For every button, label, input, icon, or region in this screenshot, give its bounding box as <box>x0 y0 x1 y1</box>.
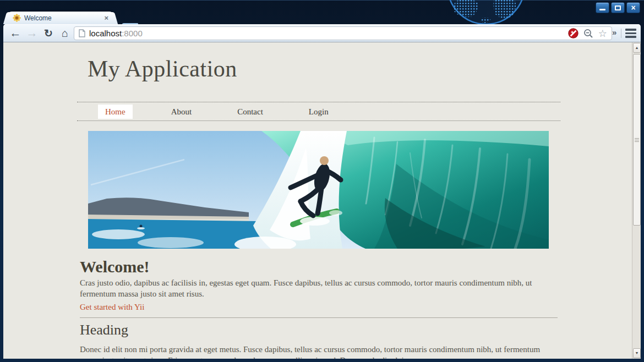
bookmark-star-icon[interactable]: ☆ <box>598 29 607 39</box>
browser-toolbar: ← → ↻ ⌂ localhost :8000 <box>3 24 641 42</box>
address-bar[interactable]: localhost :8000 ☆ <box>74 26 612 40</box>
close-button[interactable]: × <box>626 2 640 13</box>
scroll-up-button[interactable]: ▲ <box>633 43 641 53</box>
welcome-paragraph: Cras justo odio, dapibus ac facilisis in… <box>80 278 554 299</box>
forward-icon: → <box>26 26 38 40</box>
hero-image <box>88 131 549 249</box>
maximize-icon <box>615 6 621 10</box>
scrollbar-thumb[interactable] <box>633 54 641 226</box>
page-document-icon <box>79 29 85 37</box>
url-port: :8000 <box>122 29 143 38</box>
minimize-button[interactable] <box>596 2 609 13</box>
page-content: My Application Home About Contact Login <box>77 42 560 359</box>
page-viewport: My Application Home About Contact Login <box>3 42 641 359</box>
tab-title: Welcome <box>24 14 104 22</box>
zoom-out-icon[interactable] <box>583 29 593 39</box>
window-controls: × <box>596 2 640 13</box>
toolbar-divider <box>621 29 621 38</box>
home-button[interactable]: ⌂ <box>57 25 73 41</box>
section-paragraph: Donec id elit non mi porta gravida at eg… <box>80 344 558 359</box>
url-host: localhost <box>89 29 122 38</box>
back-icon: ← <box>10 26 21 40</box>
nav-item-contact[interactable]: Contact <box>230 107 270 117</box>
window-titlebar[interactable] <box>0 0 644 11</box>
reload-button[interactable]: ↻ <box>41 25 56 41</box>
scroll-down-icon: ▼ <box>635 351 639 355</box>
main-navigation: Home About Contact Login <box>77 102 560 121</box>
tab-close-icon[interactable]: × <box>104 14 108 21</box>
nav-item-about[interactable]: About <box>164 107 199 117</box>
section-heading: Heading <box>80 322 128 338</box>
reload-icon: ↻ <box>44 27 53 40</box>
minimize-icon <box>599 9 605 10</box>
menu-hamburger-button[interactable] <box>625 28 640 39</box>
welcome-heading: Welcome! <box>80 257 150 276</box>
maximize-button[interactable] <box>611 2 625 13</box>
toolbar-overflow-button[interactable]: » <box>612 28 616 37</box>
close-icon: × <box>631 4 635 12</box>
scroll-down-button[interactable]: ▼ <box>633 348 641 358</box>
tab-favicon-icon <box>13 14 21 22</box>
browser-window: × Welcome × ← → <box>0 0 644 362</box>
back-button[interactable]: ← <box>8 25 23 41</box>
forward-button[interactable]: → <box>24 25 40 41</box>
browser-tab-welcome[interactable]: Welcome × <box>8 12 113 24</box>
get-started-link[interactable]: Get started with Yii <box>80 303 144 312</box>
divider <box>80 317 558 318</box>
home-icon: ⌂ <box>62 27 68 40</box>
nav-item-login[interactable]: Login <box>302 107 336 117</box>
tab-strip: Welcome × <box>0 11 644 24</box>
vertical-scrollbar[interactable]: ▲ ▼ <box>632 42 641 359</box>
plugin-blocked-icon[interactable] <box>568 28 578 39</box>
page-title: My Application <box>88 56 237 82</box>
nav-item-home[interactable]: Home <box>98 107 133 117</box>
scroll-up-icon: ▲ <box>635 46 639 50</box>
